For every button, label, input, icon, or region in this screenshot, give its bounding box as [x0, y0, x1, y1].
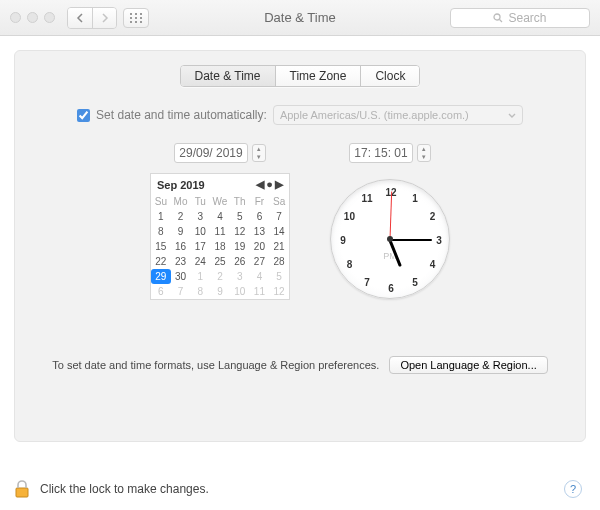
cal-day[interactable]: 4	[210, 209, 230, 224]
search-placeholder: Search	[508, 11, 546, 25]
forward-button[interactable]	[92, 8, 116, 28]
tabs-segmented: Date & TimeTime ZoneClock	[180, 65, 421, 87]
cal-day[interactable]: 10	[190, 224, 210, 239]
svg-rect-7	[135, 21, 137, 23]
clock-number: 10	[341, 211, 357, 222]
close-window-icon[interactable]	[10, 12, 21, 23]
help-button[interactable]: ?	[564, 480, 582, 498]
cal-day[interactable]: 18	[210, 239, 230, 254]
cal-next-month-day[interactable]: 4	[250, 269, 270, 284]
cal-dow: Tu	[190, 194, 210, 209]
cal-day[interactable]: 20	[250, 239, 270, 254]
cal-day[interactable]: 25	[210, 254, 230, 269]
clock-number: 8	[341, 259, 357, 270]
cal-day[interactable]: 1	[151, 209, 171, 224]
cal-day[interactable]: 7	[269, 209, 289, 224]
cal-day[interactable]: 19	[230, 239, 250, 254]
minimize-window-icon[interactable]	[27, 12, 38, 23]
tab-clock[interactable]: Clock	[360, 66, 419, 86]
cal-next-month-day[interactable]: 5	[269, 269, 289, 284]
cal-day[interactable]: 22	[151, 254, 171, 269]
clock-number: 4	[425, 259, 441, 270]
auto-datetime-checkbox[interactable]	[77, 109, 90, 122]
title-bar: Date & Time Search	[0, 0, 600, 36]
cal-next-month-day[interactable]: 12	[269, 284, 289, 299]
calendar: Sep 2019 ◀ ● ▶ SuMoTuWeThFrSa12345678910…	[150, 173, 290, 300]
date-column: 29/09/ 2019 ▲▼ Sep 2019 ◀ ● ▶ SuMoTuWeTh…	[150, 143, 290, 300]
cal-day[interactable]: 14	[269, 224, 289, 239]
cal-next-month-day[interactable]: 3	[230, 269, 250, 284]
calendar-next-icon[interactable]: ▶	[275, 178, 283, 191]
tab-date-time[interactable]: Date & Time	[181, 66, 275, 86]
cal-next-month-day[interactable]: 7	[171, 284, 191, 299]
cal-day[interactable]: 5	[230, 209, 250, 224]
svg-line-10	[500, 19, 503, 22]
calendar-month-label: Sep 2019	[157, 179, 205, 191]
cal-day[interactable]: 24	[190, 254, 210, 269]
cal-next-month-day[interactable]: 1	[190, 269, 210, 284]
clock-number: 2	[425, 211, 441, 222]
svg-rect-11	[16, 488, 28, 497]
clock-number: 5	[407, 276, 423, 287]
tab-time-zone[interactable]: Time Zone	[275, 66, 361, 86]
cal-dow: Sa	[269, 194, 289, 209]
cal-day[interactable]: 8	[151, 224, 171, 239]
cal-day[interactable]: 26	[230, 254, 250, 269]
calendar-prev-icon[interactable]: ◀	[256, 178, 264, 191]
cal-day[interactable]: 30	[171, 269, 191, 284]
cal-next-month-day[interactable]: 10	[230, 284, 250, 299]
cal-next-month-day[interactable]: 8	[190, 284, 210, 299]
lock-text: Click the lock to make changes.	[40, 482, 209, 496]
time-server-value: Apple Americas/U.S. (time.apple.com.)	[280, 109, 469, 121]
cal-day[interactable]: 3	[190, 209, 210, 224]
clock-number: 11	[359, 193, 375, 204]
cal-day[interactable]: 12	[230, 224, 250, 239]
calendar-today-icon[interactable]: ●	[266, 178, 273, 191]
open-language-region-button[interactable]: Open Language & Region...	[389, 356, 547, 374]
cal-day[interactable]: 23	[171, 254, 191, 269]
clock-number: 7	[359, 276, 375, 287]
cal-day[interactable]: 9	[171, 224, 191, 239]
svg-rect-6	[130, 21, 132, 23]
cal-day[interactable]: 2	[171, 209, 191, 224]
cal-next-month-day[interactable]: 9	[210, 284, 230, 299]
cal-day[interactable]: 16	[171, 239, 191, 254]
auto-datetime-label: Set date and time automatically:	[96, 108, 267, 122]
cal-day[interactable]: 28	[269, 254, 289, 269]
date-field[interactable]: 29/09/ 2019	[174, 143, 247, 163]
search-input[interactable]: Search	[450, 8, 590, 28]
cal-day[interactable]: 17	[190, 239, 210, 254]
cal-day[interactable]: 15	[151, 239, 171, 254]
cal-dow: Mo	[171, 194, 191, 209]
svg-rect-8	[140, 21, 142, 23]
cal-dow: Su	[151, 194, 171, 209]
time-server-dropdown[interactable]: Apple Americas/U.S. (time.apple.com.)	[273, 105, 523, 125]
cal-day[interactable]: 21	[269, 239, 289, 254]
preferences-panel: Date & TimeTime ZoneClock Set date and t…	[14, 50, 586, 442]
cal-dow: Fr	[250, 194, 270, 209]
analog-clock: 123456789101112 PM	[330, 179, 450, 299]
minute-hand	[390, 239, 432, 241]
back-button[interactable]	[68, 8, 92, 28]
cal-next-month-day[interactable]: 2	[210, 269, 230, 284]
cal-next-month-day[interactable]: 6	[151, 284, 171, 299]
cal-day[interactable]: 13	[250, 224, 270, 239]
cal-day[interactable]: 11	[210, 224, 230, 239]
time-field[interactable]: 17: 15: 01	[349, 143, 412, 163]
lock-icon[interactable]	[14, 480, 30, 498]
time-stepper[interactable]: ▲▼	[417, 144, 431, 162]
nav-buttons	[67, 7, 117, 29]
cal-dow: Th	[230, 194, 250, 209]
date-stepper[interactable]: ▲▼	[252, 144, 266, 162]
svg-rect-5	[140, 17, 142, 19]
format-hint-row: To set date and time formats, use Langua…	[31, 356, 569, 374]
cal-next-month-day[interactable]: 11	[250, 284, 270, 299]
cal-day[interactable]: 27	[250, 254, 270, 269]
time-column: 17: 15: 01 ▲▼ 123456789101112 PM	[330, 143, 450, 299]
format-hint-text: To set date and time formats, use Langua…	[52, 359, 379, 371]
zoom-window-icon[interactable]	[44, 12, 55, 23]
svg-rect-0	[130, 13, 132, 15]
show-all-button[interactable]	[123, 8, 149, 28]
cal-day[interactable]: 29	[151, 269, 171, 284]
cal-day[interactable]: 6	[250, 209, 270, 224]
